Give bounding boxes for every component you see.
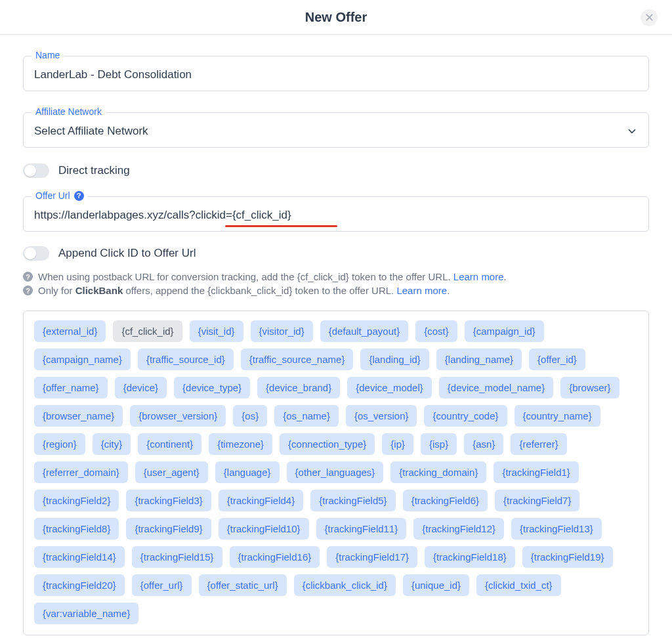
token-chip[interactable]: {user_agent} (135, 461, 208, 483)
token-chip[interactable]: {trackingField7} (495, 490, 579, 511)
token-chip[interactable]: {visitor_id} (251, 320, 313, 342)
token-chip[interactable]: {trackingField18} (425, 546, 515, 568)
token-chip[interactable]: {trackingField8} (34, 518, 119, 540)
info-text: offers, append the {clickbank_click_id} … (123, 285, 396, 296)
token-chip[interactable]: {trackingField1} (494, 461, 578, 483)
learn-more-link[interactable]: Learn more (453, 271, 504, 282)
token-chip[interactable]: {trackingField20} (34, 574, 125, 596)
affiliate-network-field-group[interactable]: Affiliate Network Select Affiliate Netwo… (23, 112, 649, 148)
token-chip[interactable]: {external_id} (34, 320, 106, 342)
token-chip[interactable]: {trackingField3} (126, 490, 211, 511)
token-chip[interactable]: {os_version} (346, 405, 417, 427)
token-chip[interactable]: {device_brand} (257, 377, 340, 398)
name-input[interactable] (34, 68, 638, 81)
token-chip[interactable]: {visit_id} (190, 320, 243, 342)
token-chip[interactable]: {trackingField15} (132, 546, 222, 568)
annotation-underline (225, 225, 337, 227)
token-chip[interactable]: {region} (34, 433, 85, 455)
close-button[interactable]: ✕ (640, 9, 658, 26)
close-icon: ✕ (644, 11, 654, 25)
token-chip[interactable]: {browser_name} (34, 405, 123, 427)
token-chip[interactable]: {asn} (464, 433, 503, 455)
info-text: When using postback URL for conversion t… (38, 271, 453, 282)
modal-header: New Offer ✕ (0, 0, 672, 35)
token-chip[interactable]: {trackingField6} (403, 490, 488, 511)
info-icon: ? (23, 272, 33, 282)
direct-tracking-toggle[interactable] (23, 163, 49, 178)
token-chip[interactable]: {trackingField4} (219, 490, 303, 511)
token-chip[interactable]: {clickbank_click_id} (294, 574, 396, 596)
affiliate-network-select[interactable]: Select Affiliate Network (34, 125, 638, 138)
token-chip[interactable]: {landing_id} (360, 349, 429, 370)
token-chip[interactable]: {trackingField14} (34, 546, 125, 568)
token-chip[interactable]: {device} (115, 377, 167, 398)
token-chip[interactable]: {country_code} (424, 405, 507, 427)
append-click-id-toggle[interactable] (23, 246, 49, 261)
token-chip[interactable]: {trackingField17} (327, 546, 417, 568)
info-bold: ClickBank (75, 285, 123, 296)
token-chip[interactable]: {country_name} (514, 405, 600, 427)
learn-more-link[interactable]: Learn more (396, 285, 447, 296)
token-chip[interactable]: {other_languages} (287, 461, 384, 483)
token-chip[interactable]: {offer_static_url} (199, 574, 287, 596)
offer-url-label: Offer Url ? (32, 190, 88, 201)
token-chip[interactable]: {referrer_domain} (34, 461, 128, 483)
offer-url-input[interactable] (34, 209, 638, 222)
token-chip[interactable]: {trackingField16} (230, 546, 320, 568)
token-chip[interactable]: {landing_name} (436, 349, 522, 370)
token-chip[interactable]: {traffic_source_id} (138, 349, 234, 370)
token-chip[interactable]: {timezone} (209, 433, 272, 455)
token-chip[interactable]: {referrer} (511, 433, 566, 455)
token-chip[interactable]: {browser_version} (130, 405, 226, 427)
token-chip[interactable]: {browser} (560, 377, 619, 398)
token-chip[interactable]: {var:variable_name} (34, 603, 138, 624)
token-chip[interactable]: {device_model} (347, 377, 432, 398)
token-chip[interactable]: {device_type} (174, 377, 250, 398)
affiliate-network-label: Affiliate Network (32, 106, 106, 117)
token-chip[interactable]: {trackingField13} (511, 518, 602, 540)
token-chip[interactable]: {trackingField5} (310, 490, 395, 511)
token-chip[interactable]: {trackingField2} (34, 490, 119, 511)
info-line-postback: ? When using postback URL for conversion… (23, 271, 649, 282)
token-chip[interactable]: {traffic_source_name} (241, 349, 354, 370)
tokens-panel: {external_id}{cf_click_id}{visit_id}{vis… (23, 310, 649, 635)
token-chip[interactable]: {trackingField10} (219, 518, 309, 540)
token-chip[interactable]: {offer_id} (529, 349, 585, 370)
token-chip[interactable]: {isp} (421, 433, 457, 455)
append-click-id-label: Append Click ID to Offer Url (58, 247, 196, 260)
token-chip[interactable]: {default_payout} (320, 320, 408, 342)
token-chip[interactable]: {language} (215, 461, 280, 483)
append-click-id-row: Append Click ID to Offer Url (23, 246, 649, 261)
name-field-group: Name (23, 56, 649, 91)
token-chip[interactable]: {campaign_id} (465, 320, 544, 342)
token-chip[interactable]: {offer_name} (34, 377, 108, 398)
token-chip[interactable]: {tracking_domain} (390, 461, 486, 483)
token-chip[interactable]: {device_model_name} (439, 377, 553, 398)
modal-body: Name Affiliate Network Select Affiliate … (0, 35, 672, 640)
chevron-down-icon (626, 125, 638, 137)
direct-tracking-row: Direct tracking (23, 163, 649, 178)
token-chip[interactable]: {clickid_txid_ct} (476, 574, 561, 596)
direct-tracking-label: Direct tracking (58, 164, 130, 177)
help-icon[interactable]: ? (74, 191, 84, 201)
token-chip[interactable]: {continent} (138, 433, 201, 455)
token-chip[interactable]: {campaign_name} (34, 349, 131, 370)
affiliate-network-placeholder: Select Affiliate Network (34, 125, 148, 138)
token-chip[interactable]: {trackingField12} (413, 518, 504, 540)
token-chip[interactable]: {unique_id} (403, 574, 469, 596)
info-icon: ? (23, 286, 33, 295)
token-chip[interactable]: {os_name} (274, 405, 339, 427)
token-chip[interactable]: {ip} (382, 433, 413, 455)
token-chip[interactable]: {city} (93, 433, 131, 455)
token-chip[interactable]: {cost} (415, 320, 457, 342)
token-chip[interactable]: {connection_type} (280, 433, 375, 455)
token-chip[interactable]: {trackingField11} (316, 518, 407, 540)
token-chip[interactable]: {offer_url} (132, 574, 192, 596)
token-chip[interactable]: {os} (233, 405, 267, 427)
info-line-clickbank: ? Only for ClickBank offers, append the … (23, 285, 649, 296)
name-label: Name (32, 50, 64, 60)
token-chip[interactable]: {trackingField19} (522, 546, 613, 568)
modal-title: New Offer (305, 10, 367, 25)
token-chip[interactable]: {trackingField9} (126, 518, 211, 540)
info-text: Only for (38, 285, 75, 296)
